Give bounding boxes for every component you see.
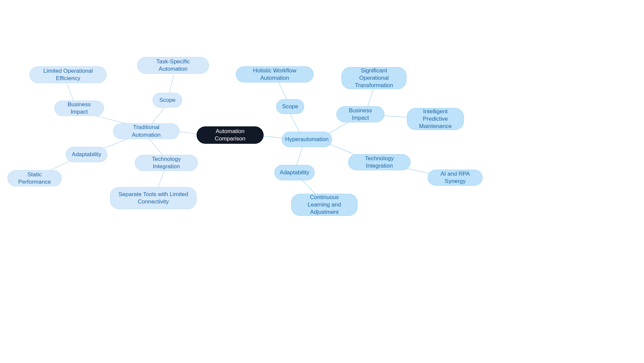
left-tech-node[interactable]: Technology Integration xyxy=(135,155,198,171)
right-scope-leaf: Holistic Workflow Automation xyxy=(244,67,306,82)
svg-line-10 xyxy=(290,114,300,133)
right-scope-leaf-node[interactable]: Holistic Workflow Automation xyxy=(236,66,314,82)
svg-line-3 xyxy=(169,74,174,93)
right-business-node[interactable]: Business Impact xyxy=(336,106,384,122)
left-adapt-leaf: Static Performance xyxy=(15,171,54,186)
left-scope-label: Scope xyxy=(159,97,175,104)
right-business-leaf2-node[interactable]: Intelligent Predictive Maintenance xyxy=(407,108,464,130)
svg-line-2 xyxy=(151,107,165,125)
root-node[interactable]: Automation Comparison xyxy=(197,126,264,144)
left-main-label: Traditional Automation xyxy=(121,124,172,138)
right-main-label: Hyperautomation xyxy=(285,136,328,143)
right-business-leaf1-node[interactable]: Significant Operational Transformation xyxy=(341,67,407,89)
right-main-node[interactable]: Hyperautomation xyxy=(282,132,332,147)
left-tech-leaf-node[interactable]: Separate Tools with Limited Connectivity xyxy=(110,187,197,209)
left-scope-leaf-node[interactable]: Task-Specific Automation xyxy=(137,57,209,74)
left-main-node[interactable]: Traditional Automation xyxy=(113,123,179,139)
left-business-node[interactable]: Business Impact xyxy=(54,101,104,116)
left-adapt-leaf-node[interactable]: Static Performance xyxy=(7,170,62,186)
left-scope-leaf: Task-Specific Automation xyxy=(145,58,201,73)
right-adapt-leaf: Continuous Learning and Adjustment xyxy=(299,194,350,216)
left-tech-leaf: Separate Tools with Limited Connectivity xyxy=(118,191,189,205)
right-tech-leaf: AI and RPA Synergy xyxy=(435,170,475,185)
right-adapt-label: Adaptability xyxy=(280,169,309,176)
edges-svg xyxy=(0,0,644,363)
right-adapt-leaf-node[interactable]: Continuous Learning and Adjustment xyxy=(291,194,358,216)
svg-line-13 xyxy=(367,89,373,108)
right-business-leaf2: Intelligent Predictive Maintenance xyxy=(415,108,456,130)
left-adapt-label: Adaptability xyxy=(72,151,101,158)
left-tech-label: Technology Integration xyxy=(143,156,190,170)
svg-line-8 xyxy=(148,138,164,157)
left-scope-node[interactable]: Scope xyxy=(153,93,182,108)
left-business-leaf: Limited Operational Efficiency xyxy=(37,67,99,82)
root-label: Automation Comparison xyxy=(204,128,256,142)
right-scope-label: Scope xyxy=(282,103,298,110)
svg-line-11 xyxy=(278,82,287,101)
right-adapt-node[interactable]: Adaptability xyxy=(274,165,315,180)
right-business-label: Business Impact xyxy=(344,107,377,122)
right-tech-node[interactable]: Technology Integration xyxy=(348,154,411,170)
svg-line-15 xyxy=(296,147,303,167)
right-business-leaf1: Significant Operational Transformation xyxy=(349,67,399,89)
left-business-leaf-node[interactable]: Limited Operational Efficiency xyxy=(30,66,107,83)
left-business-label: Business Impact xyxy=(62,101,96,116)
right-tech-leaf-node[interactable]: AI and RPA Synergy xyxy=(428,170,483,186)
right-scope-node[interactable]: Scope xyxy=(276,99,304,114)
svg-line-5 xyxy=(67,84,74,102)
left-adapt-node[interactable]: Adaptability xyxy=(66,147,107,162)
right-tech-label: Technology Integration xyxy=(356,155,403,170)
svg-line-9 xyxy=(158,170,164,188)
